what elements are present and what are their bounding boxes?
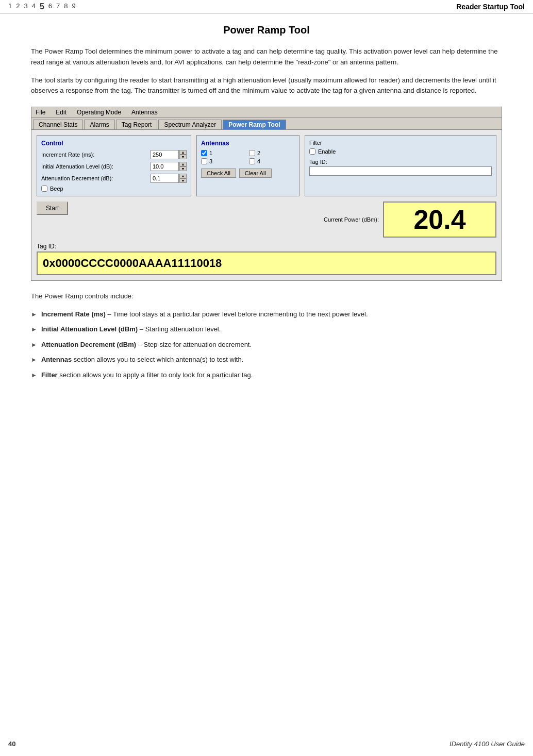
antenna-4-checkbox[interactable]	[249, 158, 255, 164]
chapter-title: Power Ramp Tool	[31, 24, 502, 36]
nav-item-2[interactable]: 2	[16, 2, 20, 11]
power-value: 20.4	[413, 204, 465, 235]
nav-item-8[interactable]: 8	[64, 2, 68, 11]
tab-tag-report[interactable]: Tag Report	[116, 120, 158, 129]
initial-attenuation-input[interactable]	[151, 162, 179, 171]
check-all-button[interactable]: Check All	[201, 169, 236, 178]
tab-spectrum-analyzer[interactable]: Spectrum Analyzer	[158, 120, 222, 129]
nav-item-9[interactable]: 9	[72, 2, 76, 11]
antenna-buttons[interactable]: Check All Clear All	[201, 169, 295, 178]
bullet-arrow-2: ►	[31, 325, 37, 334]
beep-label: Beep	[50, 186, 63, 192]
antennas-section-title: Antennas	[201, 140, 295, 147]
menu-edit[interactable]: Edit	[54, 108, 69, 116]
filter-tag-id-input[interactable]	[309, 166, 492, 176]
increment-rate-row: Increment Rate (ms): ▲ ▼	[41, 150, 187, 159]
antenna-2-checkbox[interactable]	[249, 150, 255, 156]
tab-channel-stats[interactable]: Channel Stats	[33, 120, 83, 129]
page-number: 40	[8, 740, 15, 748]
bullet-bold-5: Filter	[41, 371, 58, 379]
beep-row[interactable]: Beep	[41, 186, 187, 192]
bullet-bold-2: Initial Attenuation Level (dBm)	[41, 325, 138, 333]
enable-filter-row[interactable]: Enable	[309, 148, 492, 155]
nav-item-6[interactable]: 6	[48, 2, 52, 11]
bullet-antennas: ► Antennas section allows you to select …	[31, 355, 502, 365]
nav-item-7[interactable]: 7	[56, 2, 60, 11]
attenuation-decrement-up[interactable]: ▲	[179, 174, 187, 178]
bullet-initial-attenuation: ► Initial Attenuation Level (dBm) – Star…	[31, 324, 502, 334]
antenna-3-item[interactable]: 3	[201, 158, 247, 164]
menu-antennas[interactable]: Antennas	[129, 108, 160, 116]
increment-rate-up[interactable]: ▲	[179, 150, 187, 155]
bullet-arrow-3: ►	[31, 340, 37, 349]
antenna-1-item[interactable]: 1	[201, 150, 247, 156]
bullet-list: ► Increment Rate (ms) – Time tool stays …	[31, 309, 502, 380]
antenna-2-item[interactable]: 2	[249, 150, 295, 156]
nav-item-1[interactable]: 1	[8, 2, 12, 11]
tag-id-section: Tag ID: 0x0000CCCC0000AAAA11110018	[37, 243, 496, 275]
bullet-bold-3: Attenuation Decrement (dBm)	[41, 341, 136, 348]
bullet-bold-4: Antennas	[41, 356, 72, 363]
antenna-1-label: 1	[209, 150, 212, 156]
increment-rate-label: Increment Rate (ms):	[41, 152, 151, 158]
bullet-text-3: Attenuation Decrement (dBm) – Step-size …	[41, 340, 252, 350]
initial-attenuation-up[interactable]: ▲	[179, 162, 187, 166]
initial-attenuation-spinner[interactable]: ▲ ▼	[179, 162, 187, 171]
beep-checkbox[interactable]	[41, 186, 47, 192]
menu-bar[interactable]: File Edit Operating Mode Antennas	[31, 107, 502, 118]
filter-tag-id-label: Tag ID:	[309, 159, 492, 165]
antenna-4-item[interactable]: 4	[249, 158, 295, 164]
clear-all-button[interactable]: Clear All	[239, 169, 272, 178]
ui-screenshot: File Edit Operating Mode Antennas Channe…	[31, 107, 502, 281]
attenuation-decrement-label: Attenuation Decrement (dB):	[41, 175, 151, 181]
increment-rate-input[interactable]	[151, 150, 179, 159]
bullet-text-2: Initial Attenuation Level (dBm) – Starti…	[41, 324, 221, 334]
bullet-text-4: Antennas section allows you to select wh…	[41, 355, 243, 365]
start-button[interactable]: Start	[37, 201, 68, 215]
bullet-filter: ► Filter section allows you to apply a f…	[31, 370, 502, 380]
antenna-4-label: 4	[257, 158, 260, 164]
antennas-section: Antennas 1 2 3	[196, 135, 299, 196]
tag-id-section-label: Tag ID:	[37, 243, 496, 250]
tab-power-ramp-tool[interactable]: Power Ramp Tool	[223, 120, 286, 129]
page-footer: 40 IDentity 4100 User Guide	[8, 740, 525, 748]
increment-rate-down[interactable]: ▼	[179, 155, 187, 159]
chapter-nav[interactable]: 1 2 3 4 5 6 7 8 9	[8, 2, 76, 11]
bullet-increment-rate: ► Increment Rate (ms) – Time tool stays …	[31, 309, 502, 320]
antenna-2-label: 2	[257, 150, 260, 156]
main-content: Power Ramp Tool The Power Ramp Tool dete…	[0, 14, 533, 406]
initial-attenuation-label: Initial Attenuation Level (dB):	[41, 163, 151, 170]
antenna-3-label: 3	[209, 158, 212, 164]
panel-sections: Control Increment Rate (ms): ▲ ▼ Initi	[37, 135, 496, 196]
increment-rate-spinner[interactable]: ▲ ▼	[179, 150, 187, 159]
nav-item-5[interactable]: 5	[40, 2, 44, 11]
bullet-text-1: Increment Rate (ms) – Time tool stays at…	[41, 309, 368, 320]
controls-intro: The Power Ramp controls include:	[31, 291, 502, 302]
nav-item-3[interactable]: 3	[24, 2, 27, 11]
increment-rate-input-group[interactable]: ▲ ▼	[151, 150, 187, 159]
tag-id-value-box: 0x0000CCCC0000AAAA11110018	[37, 251, 496, 275]
below-screenshot-text: The Power Ramp controls include: ► Incre…	[31, 291, 502, 380]
enable-filter-checkbox[interactable]	[309, 148, 315, 155]
antenna-grid: 1 2 3 4	[201, 150, 295, 164]
page-header: 1 2 3 4 5 6 7 8 9 Reader Startup Tool	[0, 0, 533, 14]
attenuation-decrement-down[interactable]: ▼	[179, 178, 187, 183]
header-title: Reader Startup Tool	[456, 3, 525, 11]
bottom-section: Start Current Power (dBm): 20.4	[37, 201, 496, 238]
antenna-3-checkbox[interactable]	[201, 158, 207, 164]
attenuation-decrement-input-group[interactable]: ▲ ▼	[151, 174, 187, 183]
initial-attenuation-input-group[interactable]: ▲ ▼	[151, 162, 187, 171]
intro-paragraph-2: The tool starts by configuring the reade…	[31, 75, 502, 97]
attenuation-decrement-spinner[interactable]: ▲ ▼	[179, 174, 187, 183]
bullet-text-5: Filter section allows you to apply a fil…	[41, 370, 253, 380]
tab-bar[interactable]: Channel Stats Alarms Tag Report Spectrum…	[31, 118, 502, 130]
enable-filter-label: Enable	[318, 148, 336, 155]
bullet-bold-1: Increment Rate (ms)	[41, 310, 106, 318]
nav-item-4[interactable]: 4	[32, 2, 36, 11]
tab-alarms[interactable]: Alarms	[84, 120, 114, 129]
menu-file[interactable]: File	[34, 108, 47, 116]
antenna-1-checkbox[interactable]	[201, 150, 207, 156]
attenuation-decrement-input[interactable]	[151, 174, 179, 183]
menu-operating-mode[interactable]: Operating Mode	[75, 108, 123, 116]
initial-attenuation-down[interactable]: ▼	[179, 166, 187, 171]
